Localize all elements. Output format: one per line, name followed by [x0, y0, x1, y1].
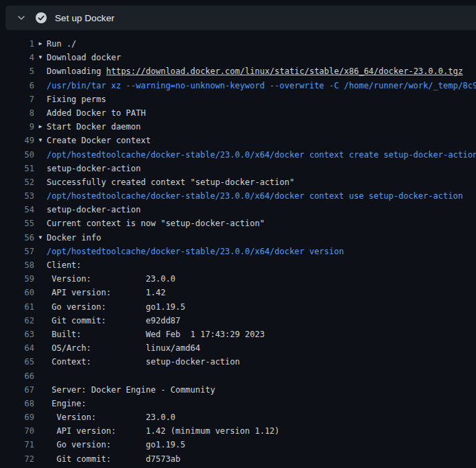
line-number[interactable]: 72 — [0, 452, 34, 466]
group-arrow-icon — [34, 175, 47, 189]
line-number[interactable]: 64 — [0, 341, 34, 355]
line-number[interactable]: 4 — [0, 51, 34, 64]
line-number[interactable]: 59 — [0, 272, 34, 286]
line-content: Git commit: e92dd87 — [47, 314, 476, 328]
log-text: Downloading — [47, 66, 106, 76]
group-arrow-icon — [34, 369, 47, 383]
log-command-text: /opt/hostedtoolcache/docker-stable/23.0.… — [47, 247, 344, 256]
line-number[interactable]: 67 — [0, 383, 34, 397]
chevron-down-icon[interactable] — [14, 10, 29, 25]
line-content: Context: setup-docker-action — [47, 355, 476, 369]
log-line: 70 API version: 1.42 (minimum version 1.… — [0, 424, 476, 438]
line-number[interactable]: 53 — [0, 189, 34, 203]
line-content[interactable]: Run ./ — [47, 37, 476, 51]
log-line: 62 Git commit: e92dd87 — [0, 314, 476, 328]
group-arrow-icon — [34, 341, 47, 355]
group-arrow-icon[interactable]: ▶ — [34, 120, 47, 134]
group-arrow-icon — [34, 93, 47, 106]
line-number[interactable]: 49 — [0, 134, 34, 147]
group-arrow-icon — [34, 148, 47, 162]
log-line: 60 API version: 1.42 — [0, 286, 476, 299]
line-number[interactable]: 61 — [0, 300, 34, 314]
log-line: 61 Go version: go1.19.5 — [0, 300, 476, 314]
line-number[interactable]: 65 — [0, 355, 34, 369]
line-number[interactable]: 69 — [0, 410, 34, 424]
line-number[interactable]: 58 — [0, 258, 34, 272]
log-command-text: /opt/hostedtoolcache/docker-stable/23.0.… — [47, 150, 476, 160]
line-content: API version: 1.42 (minimum version 1.12) — [47, 424, 476, 438]
line-content: Current context is now "setup-docker-act… — [47, 217, 476, 230]
line-content: /usr/bin/tar xz --warning=no-unknown-key… — [47, 79, 476, 93]
log-text: setup-docker-action — [47, 205, 141, 214]
group-arrow-icon — [34, 286, 47, 299]
line-number[interactable]: 60 — [0, 286, 34, 299]
group-arrow-icon — [34, 397, 47, 410]
log-text: Docker info — [47, 233, 101, 243]
log-text: API version: 1.42 (minimum version 1.12) — [47, 426, 280, 436]
group-arrow-icon — [34, 438, 47, 452]
line-content: Engine: — [47, 397, 476, 410]
log-line: 52 Successfully created context "setup-d… — [0, 175, 476, 189]
log-text: Go version: go1.19.5 — [47, 440, 185, 449]
log-line: 59 Version: 23.0.0 — [0, 272, 476, 286]
log-link[interactable]: https://download.docker.com/linux/static… — [106, 66, 463, 76]
log-text: Run ./ — [47, 39, 76, 49]
line-content[interactable]: Start Docker daemon — [47, 120, 476, 134]
line-number[interactable]: 8 — [0, 106, 34, 120]
line-number[interactable]: 6 — [0, 79, 34, 93]
line-content: API version: 1.42 — [47, 286, 476, 299]
log-text: Version: 23.0.0 — [47, 412, 176, 422]
group-arrow-icon[interactable]: ▼ — [34, 134, 47, 147]
line-number[interactable]: 9 — [0, 120, 34, 134]
line-content: /opt/hostedtoolcache/docker-stable/23.0.… — [47, 245, 476, 258]
line-content: Fixing perms — [47, 93, 476, 106]
group-arrow-icon[interactable]: ▶ — [34, 37, 47, 51]
line-number[interactable]: 51 — [0, 162, 34, 175]
line-number[interactable]: 54 — [0, 203, 34, 217]
line-number[interactable]: 71 — [0, 438, 34, 452]
log-text: Download docker — [47, 53, 121, 62]
line-number[interactable]: 63 — [0, 328, 34, 341]
log-text: Create Docker context — [47, 136, 151, 145]
line-number[interactable]: 5 — [0, 64, 34, 78]
step-header[interactable]: Set up Docker — [5, 5, 476, 30]
group-arrow-icon — [34, 162, 47, 175]
line-number[interactable]: 57 — [0, 245, 34, 258]
log-line: 65 Context: setup-docker-action — [0, 355, 476, 369]
line-content[interactable]: Create Docker context — [47, 134, 476, 147]
line-number[interactable]: 62 — [0, 314, 34, 328]
log-line: 51 setup-docker-action — [0, 162, 476, 175]
line-number[interactable]: 56 — [0, 231, 34, 245]
group-arrow-icon — [34, 355, 47, 369]
log-line: 8 Added Docker to PATH — [0, 106, 476, 120]
log-text: Added Docker to PATH — [47, 108, 146, 118]
line-number[interactable]: 52 — [0, 175, 34, 189]
line-number[interactable]: 55 — [0, 217, 34, 230]
log-text: Git commit: e92dd87 — [47, 316, 180, 325]
group-arrow-icon[interactable]: ▼ — [34, 51, 47, 64]
line-content: OS/Arch: linux/amd64 — [47, 341, 476, 355]
line-number[interactable]: 50 — [0, 148, 34, 162]
line-content[interactable]: Download docker — [47, 51, 476, 64]
group-arrow-icon — [34, 189, 47, 203]
group-arrow-icon — [34, 245, 47, 258]
group-arrow-icon — [34, 314, 47, 328]
log-text: Current context is now "setup-docker-act… — [47, 219, 265, 228]
group-arrow-icon[interactable]: ▼ — [34, 231, 47, 245]
log-text: Client: — [47, 260, 82, 270]
log-line: 72 Git commit: d7573ab — [0, 452, 476, 466]
line-content: Client: — [47, 258, 476, 272]
line-content — [47, 369, 476, 383]
group-arrow-icon — [34, 424, 47, 438]
log-text: Engine: — [47, 399, 86, 408]
line-number[interactable]: 7 — [0, 93, 34, 106]
line-number[interactable]: 68 — [0, 397, 34, 410]
log-command-text: /usr/bin/tar xz --warning=no-unknown-key… — [47, 81, 476, 90]
log-text: Server: Docker Engine - Community — [47, 385, 215, 395]
line-content: Version: 23.0.0 — [47, 410, 476, 424]
line-content[interactable]: Docker info — [47, 231, 476, 245]
log-line: 50 /opt/hostedtoolcache/docker-stable/23… — [0, 148, 476, 162]
line-number[interactable]: 1 — [0, 37, 34, 51]
line-number[interactable]: 70 — [0, 424, 34, 438]
line-number[interactable]: 66 — [0, 369, 34, 383]
